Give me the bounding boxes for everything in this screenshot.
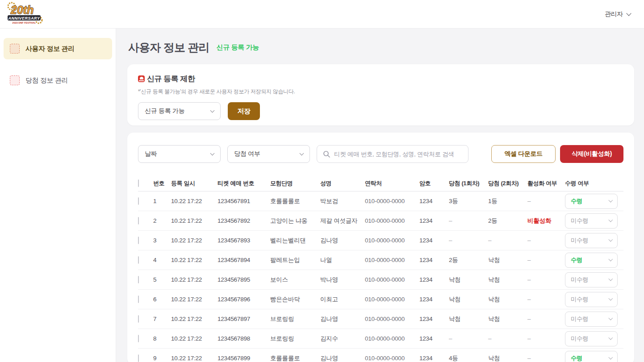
col-no: 번호: [153, 179, 171, 187]
chevron-down-icon: [608, 237, 612, 241]
receipt-status-select[interactable]: 미수령: [565, 312, 618, 327]
cell-party: 벨리는벨리댄: [270, 237, 320, 245]
cell-name: 김나영: [320, 237, 365, 245]
row-checkbox[interactable]: [138, 295, 139, 303]
admin-user-menu[interactable]: 관리자: [605, 10, 631, 18]
cell-date: 10.22 17:22: [171, 237, 217, 244]
cell-round1: –: [449, 217, 488, 224]
registration-status-select[interactable]: 신규 등록 가능: [138, 102, 221, 120]
receipt-status-select[interactable]: 수령: [565, 351, 618, 362]
row-checkbox[interactable]: [138, 354, 139, 362]
sidebar-item-label: 사용자 정보 관리: [25, 45, 75, 53]
page-title: 사용자 정보 관리: [128, 40, 209, 55]
col-receipt: 수령 여부: [565, 179, 623, 187]
search-input[interactable]: [334, 151, 462, 158]
app-logo: 20th ANNIVERSARY 2023 DNF FESTIVAL: [6, 1, 44, 27]
cell-phone: 010-0000-0000: [365, 198, 419, 204]
delete-deactivate-button[interactable]: 삭제(비활성화): [560, 145, 623, 163]
winning-info-placeholder-icon: [10, 75, 20, 85]
cell-round2: 낙첨: [488, 354, 527, 362]
col-pass: 암호: [419, 179, 449, 187]
table-row: 7 10.22 17:22 1234567897 브로링링 김나영 010-00…: [138, 309, 623, 329]
chevron-down-icon: [608, 198, 612, 202]
cell-phone: 010-0000-0000: [365, 237, 419, 244]
winning-filter-select[interactable]: 당첨 여부: [227, 145, 310, 163]
receipt-status-value: 미수령: [571, 276, 588, 284]
cell-ticket: 1234567891: [217, 198, 270, 204]
table-row: 6 10.22 17:22 1234567896 빰은손바닥 이최고 010-0…: [138, 290, 623, 309]
cell-name: 김나영: [320, 354, 365, 362]
receipt-status-value: 수령: [571, 197, 582, 205]
receipt-status-select[interactable]: 미수령: [565, 233, 618, 248]
save-button[interactable]: 저장: [228, 102, 260, 120]
cell-pass: 1234: [419, 237, 449, 244]
cell-active: –: [527, 296, 565, 303]
cell-no: 3: [153, 237, 171, 244]
cell-round2: 1등: [488, 197, 527, 205]
receipt-status-select[interactable]: 미수령: [565, 272, 618, 287]
cell-date: 10.22 17:22: [171, 276, 217, 283]
cell-round2: –: [488, 335, 527, 342]
main-content: 사용자 정보 관리 신규 등록 가능 신규 등록 제한 *'신규 등록 불가능'…: [116, 29, 644, 362]
row-checkbox[interactable]: [138, 197, 139, 205]
cell-round1: 3등: [449, 197, 488, 205]
winning-filter-value: 당첨 여부: [234, 150, 260, 158]
table-filter-row: 날짜 당첨 여부 엑셀 다운로드 삭제(비활성화): [138, 145, 623, 163]
cell-party: 고양이는 냐옹: [270, 217, 320, 225]
row-checkbox[interactable]: [138, 237, 139, 244]
cell-name: 나얼: [320, 256, 365, 264]
sidebar-item-user-info[interactable]: 사용자 정보 관리: [4, 38, 112, 59]
search-icon: [323, 150, 330, 158]
cell-ticket: 1234567897: [217, 316, 270, 322]
select-all-checkbox[interactable]: [138, 179, 139, 187]
cell-no: 8: [153, 335, 171, 342]
cell-name: 박나영: [320, 276, 365, 284]
admin-user-label: 관리자: [605, 10, 623, 18]
receipt-status-select[interactable]: 수령: [565, 194, 618, 209]
receipt-status-select[interactable]: 미수령: [565, 292, 618, 307]
row-checkbox[interactable]: [138, 315, 139, 323]
row-checkbox[interactable]: [138, 217, 139, 225]
cell-name: 이최고: [320, 295, 365, 304]
restriction-card-description: *'신규 등록 불가능'의 경우 새로운 사용자 정보가 저장되지 않습니다.: [138, 88, 623, 96]
cell-active: –: [527, 355, 565, 362]
receipt-status-select[interactable]: 수령: [565, 253, 618, 268]
excel-download-button[interactable]: 엑셀 다운로드: [491, 145, 556, 163]
date-filter-select[interactable]: 날짜: [138, 145, 221, 163]
cell-date: 10.22 17:22: [171, 355, 217, 362]
table-row: 8 10.22 17:22 1234567898 브로링링 김지수 010-00…: [138, 329, 623, 349]
row-checkbox[interactable]: [138, 276, 139, 283]
receipt-status-value: 미수령: [571, 335, 588, 343]
siren-icon: [138, 75, 145, 82]
logo-festival-text: 2023 DNF FESTIVAL: [13, 21, 36, 24]
cell-no: 5: [153, 276, 171, 283]
cell-phone: 010-0000-0000: [365, 217, 419, 224]
receipt-status-select[interactable]: 미수령: [565, 331, 618, 346]
cell-ticket: 1234567893: [217, 237, 270, 244]
row-checkbox[interactable]: [138, 335, 139, 342]
cell-phone: 010-0000-0000: [365, 355, 419, 362]
cell-party: 보이스: [270, 276, 320, 284]
receipt-status-select[interactable]: 미수령: [565, 213, 618, 229]
row-checkbox[interactable]: [138, 256, 139, 264]
cell-pass: 1234: [419, 296, 449, 303]
col-active: 활성화 여부: [527, 179, 565, 187]
receipt-status-value: 미수령: [571, 217, 588, 225]
sidebar-item-winning-info[interactable]: 당첨 정보 관리: [4, 70, 112, 91]
cell-round1: –: [449, 335, 488, 342]
registration-restriction-card: 신규 등록 제한 *'신규 등록 불가능'의 경우 새로운 사용자 정보가 저장…: [127, 64, 634, 125]
chevron-down-icon: [608, 355, 612, 359]
sidebar-nav: 사용자 정보 관리 당첨 정보 관리: [0, 29, 116, 362]
cell-round2: 낙첨: [488, 315, 527, 323]
cell-date: 10.22 17:22: [171, 296, 217, 303]
cell-ticket: 1234567898: [217, 335, 270, 342]
cell-active: –: [527, 276, 565, 283]
cell-party: 팔레트는입: [270, 256, 320, 264]
table-row: 4 10.22 17:22 1234567894 팔레트는입 나얼 010-00…: [138, 250, 623, 270]
cell-date: 10.22 17:22: [171, 335, 217, 342]
chevron-down-icon: [608, 218, 612, 222]
cell-party: 호롤롤롤로: [270, 354, 320, 362]
cell-party: 브로링링: [270, 315, 320, 323]
cell-name: 김지수: [320, 335, 365, 343]
cell-pass: 1234: [419, 217, 449, 224]
